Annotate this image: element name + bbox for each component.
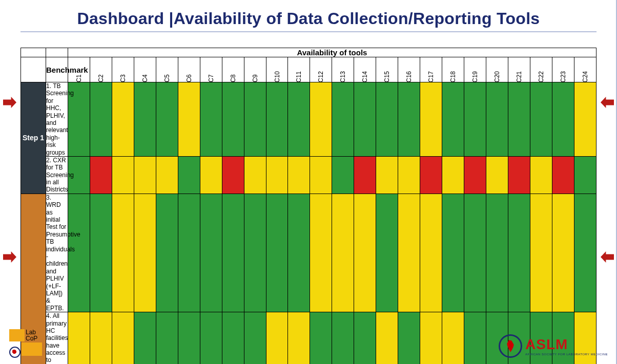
- column-header: C20: [486, 57, 508, 82]
- heatmap-cell: [508, 82, 530, 157]
- heatmap-cell: [200, 82, 222, 157]
- heatmap-cell: [310, 156, 332, 194]
- column-header: C5: [156, 57, 178, 82]
- labcop-logo: LabCoP: [9, 329, 42, 358]
- heatmap-cell: [464, 82, 486, 157]
- heatmap-cell: [530, 156, 552, 194]
- heatmap-cell: [288, 194, 310, 312]
- column-header: C10: [266, 57, 288, 82]
- heatmap-cell: [156, 194, 178, 312]
- heatmap-cell: [354, 194, 376, 312]
- heatmap-cell: [156, 82, 178, 157]
- heatmap-cell: [420, 156, 442, 194]
- heatmap-cell: [310, 82, 332, 157]
- page-title: Dashboard |Availability of Data Collecti…: [20, 9, 597, 28]
- heatmap-cell: [288, 82, 310, 157]
- column-header: C16: [398, 57, 420, 82]
- heatmap-cell: [134, 82, 156, 157]
- column-header: C6: [178, 57, 200, 82]
- heatmap-cell: [530, 82, 552, 157]
- column-header: C8: [222, 57, 244, 82]
- heatmap-cell: [574, 82, 596, 157]
- heatmap-cell: [200, 194, 222, 312]
- heatmap-cell: [156, 156, 178, 194]
- heatmap-cell: [332, 82, 354, 157]
- heatmap-cell: [178, 156, 200, 194]
- heatmap-cell: [442, 194, 464, 312]
- benchmark-label: 1. TB Screening for HHC, PLHIV, and rele…: [46, 82, 68, 157]
- heatmap-cell: [376, 194, 398, 312]
- heatmap-cell: [310, 194, 332, 312]
- heatmap-cell: [222, 156, 244, 194]
- heatmap-cell: [398, 156, 420, 194]
- heatmap-cell: [244, 156, 266, 194]
- callout-arrow-left-row2: [3, 97, 16, 108]
- heatmap-cell: [486, 194, 508, 312]
- heatmap-cell: [486, 156, 508, 194]
- column-header: C7: [200, 57, 222, 82]
- column-header: C19: [464, 57, 486, 82]
- heatmap-cell: [112, 156, 134, 194]
- heatmap-cell: [244, 82, 266, 157]
- heatmap-cell: [68, 194, 90, 312]
- column-header: C17: [420, 57, 442, 82]
- callout-arrow-right-row12: [601, 251, 614, 263]
- heatmap-cell: [112, 194, 134, 312]
- column-header: C24: [574, 57, 596, 82]
- heatmap-cell: [574, 156, 596, 194]
- heatmap-cell: [376, 82, 398, 157]
- heatmap-cell: [530, 194, 552, 312]
- column-header: C22: [530, 57, 552, 82]
- heatmap-cell: [442, 82, 464, 157]
- step-label: Step 1: [21, 82, 46, 194]
- heatmap-cell: [332, 156, 354, 194]
- heatmap-cell: [464, 156, 486, 194]
- column-header: C2: [90, 57, 112, 82]
- heatmap-cell: [574, 194, 596, 312]
- column-header: C4: [134, 57, 156, 82]
- aslm-logo: ASLMAFRICAN SOCIETY FOR LABORATORY MEDIC…: [499, 334, 608, 358]
- heatmap-cell: [442, 156, 464, 194]
- column-group-header: Availability of tools: [68, 48, 596, 57]
- heatmap-cell: [200, 156, 222, 194]
- benchmark-header: Benchmark: [46, 57, 68, 82]
- heatmap-cell: [90, 82, 112, 157]
- availability-heatmap-table: Availability of toolsBenchmarkC1C2C3C4C5…: [20, 48, 597, 364]
- heatmap-cell: [266, 194, 288, 312]
- benchmark-label: 3. WRD as initial Test for Presumptive T…: [46, 194, 68, 312]
- column-header: C1: [68, 57, 90, 82]
- column-header: C18: [442, 57, 464, 82]
- heatmap-cell: [266, 82, 288, 157]
- heatmap-cell: [552, 194, 574, 312]
- heatmap-cell: [508, 156, 530, 194]
- heatmap-cell: [178, 194, 200, 312]
- heatmap-cell: [420, 82, 442, 157]
- heatmap-cell: [354, 82, 376, 157]
- heatmap-cell: [90, 156, 112, 194]
- heatmap-cell: [420, 194, 442, 312]
- heatmap-cell: [398, 194, 420, 312]
- heatmap-cell: [222, 194, 244, 312]
- column-header: C15: [376, 57, 398, 82]
- heatmap-cell: [354, 156, 376, 194]
- heatmap-cell: [508, 194, 530, 312]
- callout-arrow-left-row12: [3, 251, 16, 263]
- heatmap-cell: [112, 82, 134, 157]
- heatmap-cell: [90, 194, 112, 312]
- heatmap-cell: [134, 156, 156, 194]
- heatmap-cell: [376, 156, 398, 194]
- heatmap-cell: [244, 194, 266, 312]
- column-header: C23: [552, 57, 574, 82]
- heatmap-cell: [464, 194, 486, 312]
- benchmark-label: 2. CXR for TB Screening in all Districts: [46, 156, 68, 194]
- heatmap-cell: [134, 194, 156, 312]
- heatmap-cell: [178, 82, 200, 157]
- heatmap-cell: [486, 82, 508, 157]
- heatmap-cell: [552, 156, 574, 194]
- title-underline: [20, 31, 597, 32]
- heatmap-cell: [266, 156, 288, 194]
- heatmap-cell: [332, 194, 354, 312]
- heatmap-cell: [288, 156, 310, 194]
- column-header: C9: [244, 57, 266, 82]
- heatmap-cell: [398, 82, 420, 157]
